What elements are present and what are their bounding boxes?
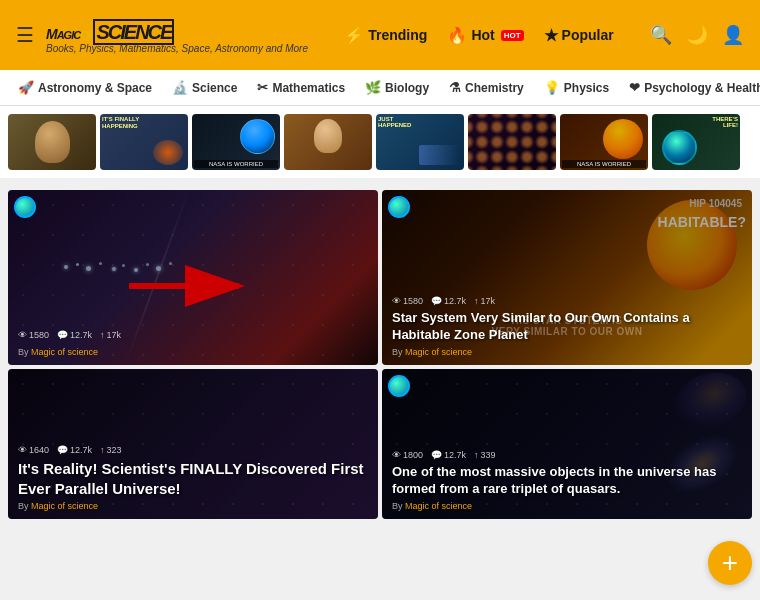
cat-psychology[interactable]: ❤ Psychology & Health [619, 70, 760, 105]
hamburger-button[interactable]: ☰ [16, 23, 34, 47]
header-icons: 🔍 🌙 👤 [650, 24, 744, 46]
shares-4: ↑ 339 [474, 450, 496, 460]
hot-label: Hot [471, 27, 494, 43]
cat-mathematics-label: Mathematics [272, 81, 345, 95]
physics-icon: 💡 [544, 80, 560, 95]
thumbnail-strip: IT'S FINALLYHAPPENING NASA IS WORRIED JU… [0, 106, 760, 178]
card-meta-3: 👁 1640 💬 12.7k ↑ 323 [18, 445, 368, 455]
logo-area[interactable]: MagicofSCIENCE Books, Physics, Mathemati… [46, 17, 308, 54]
cat-physics-label: Physics [564, 81, 609, 95]
cat-physics[interactable]: 💡 Physics [534, 70, 619, 105]
astronomy-icon: 🚀 [18, 80, 34, 95]
thumbnail-6[interactable] [468, 114, 556, 170]
nav-trending[interactable]: ⚡ Trending [344, 26, 427, 45]
card-author-2: By Magic of science [392, 347, 742, 357]
user-icon[interactable]: 👤 [722, 24, 744, 46]
mathematics-icon: ✂ [257, 80, 268, 95]
comments-3: 💬 12.7k [57, 445, 92, 455]
load-more-button[interactable]: + [708, 541, 752, 585]
darkmode-icon[interactable]: 🌙 [686, 24, 708, 46]
thumbnail-7[interactable]: NASA IS WORRIED [560, 114, 648, 170]
card-meta-2: 👁 1580 💬 12.7k ↑ 17k [392, 296, 742, 306]
views-4: 👁 1800 [392, 450, 423, 460]
cat-mathematics[interactable]: ✂ Mathematics [247, 70, 355, 105]
thumbnail-5[interactable]: JUSTHAPPENED [376, 114, 464, 170]
cat-chemistry[interactable]: ⚗ Chemistry [439, 70, 534, 105]
thumbnail-2[interactable]: IT'S FINALLYHAPPENING [100, 114, 188, 170]
planet-icon-4 [388, 375, 410, 397]
cat-science-label: Science [192, 81, 237, 95]
card-title-4: One of the most massive objects in the u… [392, 464, 742, 498]
card-meta-1: 👁 1580 💬 12.7k ↑ 17k [18, 330, 368, 340]
biology-icon: 🌿 [365, 80, 381, 95]
comments-1: 💬 12.7k [57, 330, 92, 340]
shares-3: ↑ 323 [100, 445, 122, 455]
card-title-3: It's Reality! Scientist's FINALLY Discov… [18, 459, 368, 498]
cat-astronomy[interactable]: 🚀 Astronomy & Space [8, 70, 162, 105]
card-author-4: By Magic of science [392, 501, 742, 511]
article-card-3[interactable]: 👁 1640 💬 12.7k ↑ 323 It's Reality! Scien… [8, 369, 378, 519]
comments-4: 💬 12.7k [431, 450, 466, 460]
chemistry-icon: ⚗ [449, 80, 461, 95]
hot-icon: 🔥 [447, 26, 467, 45]
search-icon[interactable]: 🔍 [650, 24, 672, 46]
views-3: 👁 1640 [18, 445, 49, 455]
nav-popular[interactable]: ★ Popular [544, 26, 614, 45]
cat-astronomy-label: Astronomy & Space [38, 81, 152, 95]
thumbnail-1[interactable] [8, 114, 96, 170]
logo-subtitle: Books, Physics, Mathematics, Space, Astr… [46, 43, 308, 54]
shares-1: ↑ 17k [100, 330, 121, 340]
trending-label: Trending [368, 27, 427, 43]
card-author-3: By Magic of science [18, 501, 368, 511]
card-meta-4: 👁 1800 💬 12.7k ↑ 339 [392, 450, 742, 460]
card-content-4: 👁 1800 💬 12.7k ↑ 339 One of the most mas… [382, 369, 752, 519]
cat-biology-label: Biology [385, 81, 429, 95]
psychology-icon: ❤ [629, 80, 640, 95]
shares-2: ↑ 17k [474, 296, 495, 306]
cat-biology[interactable]: 🌿 Biology [355, 70, 439, 105]
load-more-area: + [0, 531, 760, 595]
thumbnail-3[interactable]: NASA IS WORRIED [192, 114, 280, 170]
header-nav: ⚡ Trending 🔥 Hot HOT ★ Popular [344, 26, 613, 45]
planet-icon-2 [388, 196, 410, 218]
planet-icon-1 [14, 196, 36, 218]
trending-icon: ⚡ [344, 26, 364, 45]
hot-badge: HOT [501, 30, 524, 41]
views-1: 👁 1580 [18, 330, 49, 340]
category-nav: 🚀 Astronomy & Space 🔬 Science ✂ Mathemat… [0, 70, 760, 106]
popular-label: Popular [562, 27, 614, 43]
thumbnail-8[interactable]: THERE'SLIFE! [652, 114, 740, 170]
articles-grid: 👁 1580 💬 12.7k ↑ 17k By Magic of science… [8, 190, 752, 519]
main-content: 👁 1580 💬 12.7k ↑ 17k By Magic of science… [0, 178, 760, 531]
article-card-1[interactable]: 👁 1580 💬 12.7k ↑ 17k By Magic of science [8, 190, 378, 365]
views-2: 👁 1580 [392, 296, 423, 306]
card-content-2: 👁 1580 💬 12.7k ↑ 17k Star System Very Si… [382, 190, 752, 365]
card-content-1: 👁 1580 💬 12.7k ↑ 17k By Magic of science [8, 190, 378, 365]
logo: MagicofSCIENCE [46, 17, 308, 43]
article-card-4[interactable]: 👁 1800 💬 12.7k ↑ 339 One of the most mas… [382, 369, 752, 519]
article-card-2[interactable]: HIP 104045 HABITABLE? 👁 1580 💬 12.7k ↑ 1… [382, 190, 752, 365]
card-title-2: Star System Very Similar to Our Own Cont… [392, 310, 742, 344]
comments-2: 💬 12.7k [431, 296, 466, 306]
thumbnail-4[interactable] [284, 114, 372, 170]
card-content-3: 👁 1640 💬 12.7k ↑ 323 It's Reality! Scien… [8, 369, 378, 519]
nav-hot[interactable]: 🔥 Hot HOT [447, 26, 523, 45]
science-icon: 🔬 [172, 80, 188, 95]
header-left: ☰ MagicofSCIENCE Books, Physics, Mathema… [16, 17, 308, 54]
cat-science[interactable]: 🔬 Science [162, 70, 247, 105]
card-author-1: By Magic of science [18, 347, 368, 357]
popular-icon: ★ [544, 26, 558, 45]
header: ☰ MagicofSCIENCE Books, Physics, Mathema… [0, 0, 760, 70]
cat-chemistry-label: Chemistry [465, 81, 524, 95]
cat-psychology-label: Psychology & Health [644, 81, 760, 95]
